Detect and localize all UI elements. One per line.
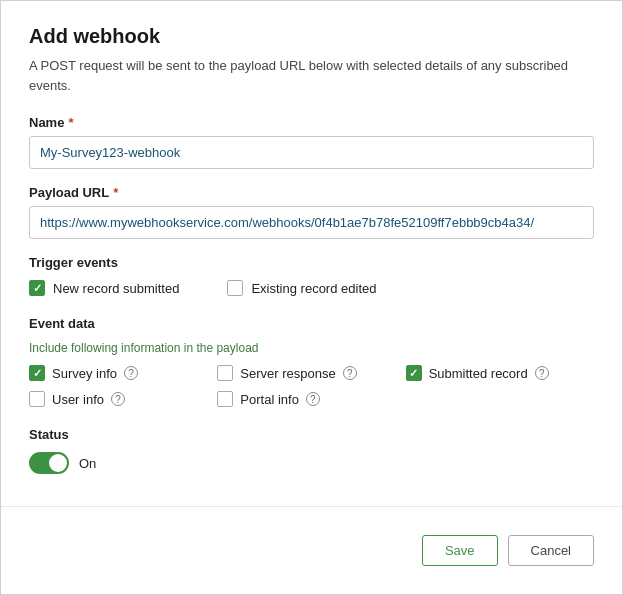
payload-url-label: Payload URL *	[29, 185, 594, 200]
trigger-events-label: Trigger events	[29, 255, 594, 270]
new-record-label: New record submitted	[53, 281, 179, 296]
name-required-star: *	[68, 115, 73, 130]
event-data-subtitle: Include following information in the pay…	[29, 341, 594, 355]
portal-info-label: Portal info	[240, 392, 299, 407]
server-response-help-icon[interactable]: ?	[343, 366, 357, 380]
modal-description: A POST request will be sent to the paylo…	[29, 56, 594, 95]
survey-info-help-icon[interactable]: ?	[124, 366, 138, 380]
user-info-help-icon[interactable]: ?	[111, 392, 125, 406]
event-data-label: Event data	[29, 316, 594, 331]
survey-info-checkbox[interactable]	[29, 365, 45, 381]
user-info-checkbox[interactable]	[29, 391, 45, 407]
user-info-item[interactable]: User info ?	[29, 391, 217, 407]
toggle-label: On	[79, 456, 96, 471]
new-record-checkbox[interactable]	[29, 280, 45, 296]
portal-info-help-icon[interactable]: ?	[306, 392, 320, 406]
existing-record-checkbox[interactable]	[227, 280, 243, 296]
divider	[1, 506, 622, 507]
submitted-record-help-icon[interactable]: ?	[535, 366, 549, 380]
survey-info-label: Survey info	[52, 366, 117, 381]
server-response-label: Server response	[240, 366, 335, 381]
trigger-events-row: New record submitted Existing record edi…	[29, 280, 594, 296]
event-data-grid: Survey info ? Server response ? Submitte…	[29, 365, 594, 407]
name-input[interactable]	[29, 136, 594, 169]
modal-title: Add webhook	[29, 25, 594, 48]
save-button[interactable]: Save	[422, 535, 498, 566]
submitted-record-label: Submitted record	[429, 366, 528, 381]
event-data-section: Event data Include following information…	[29, 316, 594, 407]
submitted-record-item[interactable]: Submitted record ?	[406, 365, 594, 381]
name-label: Name *	[29, 115, 594, 130]
submitted-record-checkbox[interactable]	[406, 365, 422, 381]
status-section: Status On	[29, 427, 594, 474]
server-response-checkbox[interactable]	[217, 365, 233, 381]
cancel-button[interactable]: Cancel	[508, 535, 594, 566]
portal-info-item[interactable]: Portal info ?	[217, 391, 405, 407]
add-webhook-modal: Add webhook A POST request will be sent …	[0, 0, 623, 595]
survey-info-item[interactable]: Survey info ?	[29, 365, 217, 381]
portal-info-checkbox[interactable]	[217, 391, 233, 407]
status-label: Status	[29, 427, 594, 442]
payload-url-required-star: *	[113, 185, 118, 200]
server-response-item[interactable]: Server response ?	[217, 365, 405, 381]
existing-record-label: Existing record edited	[251, 281, 376, 296]
status-toggle[interactable]	[29, 452, 69, 474]
button-row: Save Cancel	[29, 523, 594, 566]
trigger-new-record[interactable]: New record submitted	[29, 280, 179, 296]
payload-url-input[interactable]	[29, 206, 594, 239]
toggle-row: On	[29, 452, 594, 474]
trigger-existing-record[interactable]: Existing record edited	[227, 280, 376, 296]
user-info-label: User info	[52, 392, 104, 407]
